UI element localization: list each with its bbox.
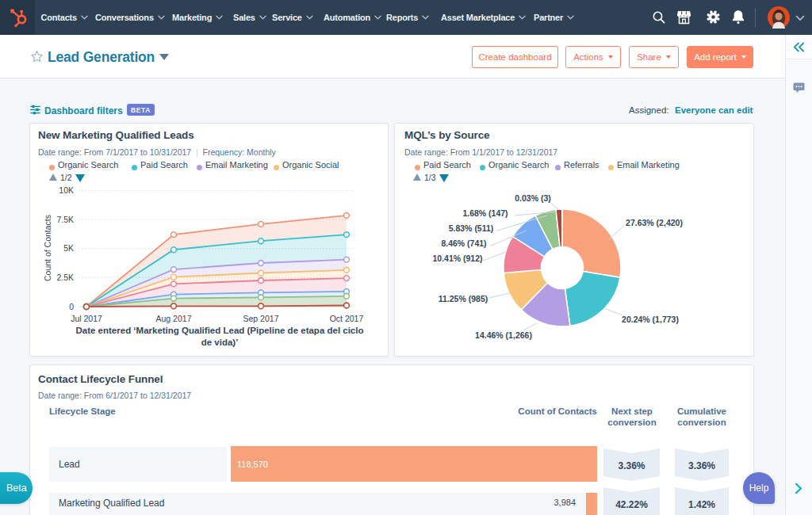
- svg-text:7.5K: 7.5K: [56, 215, 74, 224]
- svg-text:20.24% (1,773): 20.24% (1,773): [622, 315, 679, 324]
- svg-text:11.25% (985): 11.25% (985): [439, 294, 488, 303]
- svg-text:5.83% (511): 5.83% (511): [449, 223, 494, 233]
- svg-text:0: 0: [69, 302, 74, 311]
- svg-text:14.46% (1,266): 14.46% (1,266): [475, 330, 532, 340]
- svg-text:Date entered ‘Marketing Qualif: Date entered ‘Marketing Qualified Lead (…: [76, 326, 364, 335]
- svg-text:Count of Contacts: Count of Contacts: [43, 215, 52, 281]
- svg-text:de vida)’: de vida)’: [201, 338, 239, 347]
- svg-text:2.5K: 2.5K: [56, 273, 74, 282]
- svg-text:5K: 5K: [63, 243, 74, 253]
- svg-text:10K: 10K: [59, 185, 74, 195]
- svg-text:1.68% (147): 1.68% (147): [462, 208, 508, 218]
- svg-text:Oct 2017: Oct 2017: [330, 314, 364, 323]
- svg-text:0.03% (3): 0.03% (3): [515, 193, 551, 203]
- svg-text:27.63% (2,420): 27.63% (2,420): [626, 218, 683, 227]
- svg-text:Aug 2017: Aug 2017: [156, 314, 192, 323]
- svg-text:10.41% (912): 10.41% (912): [432, 254, 482, 263]
- svg-text:Sep 2017: Sep 2017: [243, 314, 279, 323]
- svg-text:8.46% (741): 8.46% (741): [441, 238, 486, 248]
- svg-text:Jul 2017: Jul 2017: [71, 314, 102, 323]
